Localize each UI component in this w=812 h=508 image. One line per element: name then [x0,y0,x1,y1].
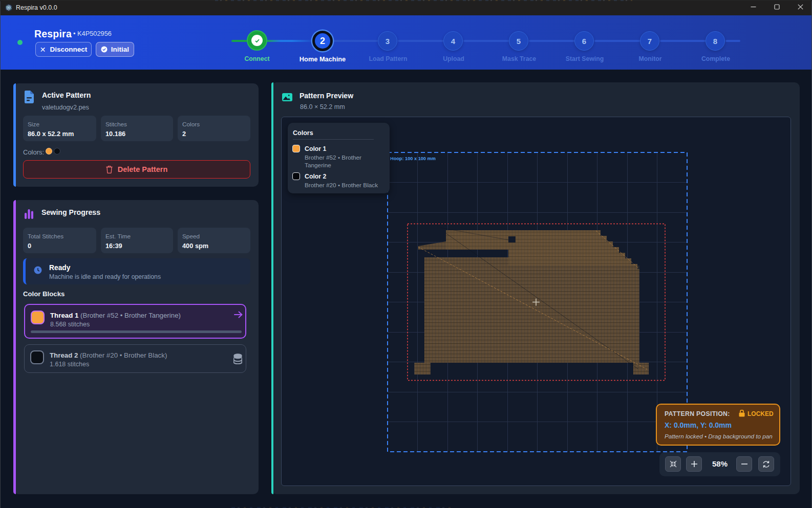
svg-text:Hoop: 100 x 100 mm: Hoop: 100 x 100 mm [390,156,436,161]
